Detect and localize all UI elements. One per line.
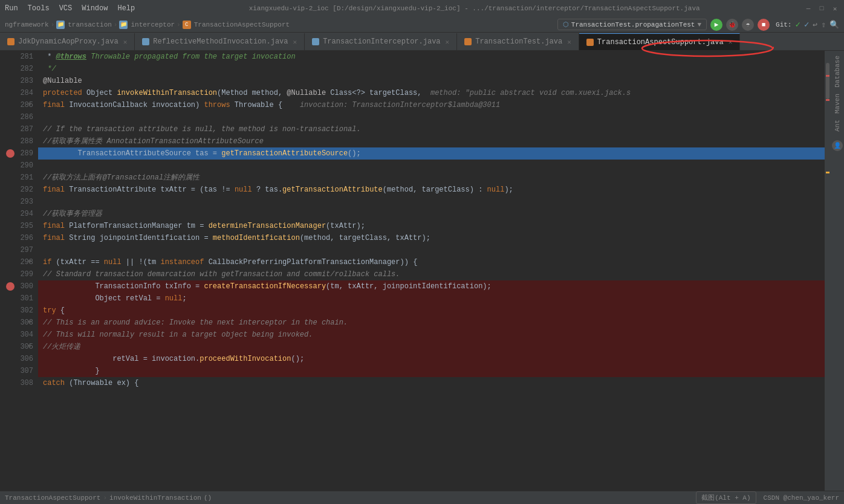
code-line-286[interactable] <box>38 111 825 123</box>
line-number-291: 291 <box>5 172 38 184</box>
status-right: 截图(Alt + A) CSDN @chen_yao_kerr <box>696 491 839 504</box>
code-line-308[interactable]: catch (Throwable ex) { <box>38 377 825 389</box>
code-line-295[interactable]: final PlatformTransactionManager tm = de… <box>38 220 825 232</box>
status-sep: › <box>103 494 107 502</box>
menu-tools[interactable]: Tools <box>28 4 50 13</box>
coverage-button[interactable]: ☂ <box>742 19 754 31</box>
maven-label[interactable]: Maven <box>834 91 841 116</box>
code-line-291[interactable]: //获取方法上面有@Transactional注解的属性 <box>38 172 825 184</box>
code-line-283[interactable]: @Nullable <box>38 75 825 87</box>
fold-icon-285[interactable]: ▼ <box>28 99 31 111</box>
line-number-281: 281 <box>5 51 38 63</box>
fold-icon-305[interactable]: ▼ <box>28 341 31 353</box>
code-line-307[interactable]: } <box>38 365 825 377</box>
fold-icon-298[interactable]: ▼ <box>28 256 31 268</box>
tab-jdkdynamic[interactable]: JdkDynamicAopProxy.java ✕ <box>0 33 135 50</box>
run-config-selector[interactable]: ⬡ TransactionTest.propagationTest ▼ <box>557 19 707 30</box>
title-bar: Run Tools VCS Window Help xiangxuedu-vip… <box>0 0 844 17</box>
code-line-302[interactable]: try { <box>38 305 825 317</box>
database-label[interactable]: Database <box>834 53 841 90</box>
code-line-285[interactable]: final InvocationCallback invocation) thr… <box>38 99 825 111</box>
tab-close-jdk[interactable]: ✕ <box>123 38 128 46</box>
code-line-298[interactable]: if (txAttr == null || !(tm instanceof Ca… <box>38 256 825 268</box>
close-button[interactable]: ✕ <box>831 4 839 13</box>
code-lines-panel[interactable]: * @throws Throwable propagated from the … <box>38 51 825 491</box>
line-number-283: 283 <box>5 75 38 87</box>
debug-button[interactable]: 🐞 <box>726 19 738 31</box>
search-icon[interactable]: 🔍 <box>829 20 839 30</box>
scrollbar-thumb[interactable] <box>826 63 829 99</box>
line-number-286: 286 <box>5 111 38 123</box>
code-line-297[interactable] <box>38 244 825 256</box>
code-line-296[interactable]: final String joinpointIdentification = m… <box>38 232 825 244</box>
tab-close-aspect[interactable]: ✕ <box>729 38 733 46</box>
menu-window[interactable]: Window <box>82 4 108 13</box>
run-button[interactable]: ▶ <box>710 19 722 31</box>
maximize-button[interactable]: □ <box>817 4 826 13</box>
menu-run[interactable]: Run <box>5 4 18 13</box>
code-line-299[interactable]: // Standard transaction demarcation with… <box>38 268 825 280</box>
git-check-blue[interactable]: ✓ <box>804 19 809 30</box>
breadcrumb-bar: ngframework › 📁transaction › 📁intercepto… <box>0 17 844 33</box>
bc-sep-3: › <box>177 21 181 28</box>
menu-vcs[interactable]: VCS <box>59 4 73 13</box>
file-path: xiangxuedu-vip-2_ioc [D:/design/xiangxue… <box>144 5 804 12</box>
fold-icon-303[interactable]: ▼ <box>28 317 31 329</box>
code-line-290[interactable] <box>38 160 825 172</box>
dropdown-icon[interactable]: ▼ <box>697 21 701 28</box>
window-controls[interactable]: — □ ✕ <box>804 4 839 13</box>
git-check-green[interactable]: ✓ <box>795 19 800 30</box>
line-number-299: 299 <box>5 268 38 280</box>
scrollbar-area[interactable] <box>825 51 831 491</box>
tab-close-interceptor[interactable]: ✕ <box>446 38 450 46</box>
code-line-304[interactable]: // This will normally result in a target… <box>38 329 825 341</box>
bc-item-class[interactable]: CTransactionAspectSupport <box>183 21 290 29</box>
git-action-2[interactable]: ⇧ <box>821 20 826 30</box>
status-class[interactable]: TransactionAspectSupport <box>5 494 100 502</box>
tab-label-interceptor: TransactionInterceptor.java <box>323 37 440 46</box>
code-line-294[interactable]: //获取事务管理器 <box>38 208 825 220</box>
status-method[interactable]: invokeWithinTransaction <box>109 494 201 502</box>
code-line-306[interactable]: retVal = invocation.proceedWithInvocatio… <box>38 353 825 365</box>
code-line-300[interactable]: TransactionInfo txInfo = createTransacti… <box>38 280 825 292</box>
line-number-294: 294 <box>5 208 38 220</box>
breakpoint-300[interactable] <box>6 282 15 291</box>
tab-aspect-support[interactable]: TransactionAspectSupport.java ✕ <box>579 33 740 50</box>
code-container: 281282283284285▼286287288289290291292293… <box>5 51 825 491</box>
tab-interceptor[interactable]: TransactionInterceptor.java ✕ <box>305 33 457 50</box>
bc-item-transaction[interactable]: 📁transaction <box>56 21 112 29</box>
code-line-288[interactable]: //获取事务属性类 AnnotationTransactionAttribute… <box>38 135 825 147</box>
line-numbers-panel: 281282283284285▼286287288289290291292293… <box>5 51 38 491</box>
code-line-284[interactable]: protected Object invokeWithinTransaction… <box>38 87 825 99</box>
code-line-303[interactable]: // This is an around advice: Invoke the … <box>38 317 825 329</box>
run-controls: ⬡ TransactionTest.propagationTest ▼ ▶ 🐞 … <box>557 19 839 31</box>
csdn-credit: CSDN @chen_yao_kerr <box>764 494 839 502</box>
menu-bar[interactable]: Run Tools VCS Window Help <box>5 4 135 13</box>
tab-test[interactable]: TransactionTest.java ✕ <box>457 33 579 50</box>
tab-close-test[interactable]: ✕ <box>567 38 571 46</box>
git-action-1[interactable]: ↩ <box>813 20 817 30</box>
scrollbar-marker-1 <box>826 75 829 77</box>
tab-reflective[interactable]: ReflectiveMethodInvocation.java ✕ <box>135 33 305 50</box>
bc-item-interceptor[interactable]: 📁interceptor <box>119 21 175 29</box>
line-number-304: 304 <box>5 329 38 341</box>
line-number-292: 292 <box>5 184 38 196</box>
tab-close-reflective[interactable]: ✕ <box>293 38 297 46</box>
code-line-281[interactable]: * @throws Throwable propagated from the … <box>38 51 825 63</box>
menu-help[interactable]: Help <box>117 4 135 13</box>
code-line-301[interactable]: Object retVal = null; <box>38 292 825 305</box>
breakpoint-289[interactable] <box>6 149 15 158</box>
scrollbar-marker-2 <box>826 99 829 101</box>
code-line-287[interactable]: // If the transaction attribute is null,… <box>38 123 825 135</box>
ant-label[interactable]: Ant <box>834 117 841 134</box>
minimize-button[interactable]: — <box>804 4 813 13</box>
code-line-293[interactable] <box>38 196 825 208</box>
stop-button[interactable]: ■ <box>758 19 770 31</box>
code-line-292[interactable]: final TransactionAttribute txAttr = (tas… <box>38 184 825 196</box>
bc-item-framework[interactable]: ngframework <box>5 21 49 28</box>
user-icon[interactable]: 👤 <box>832 140 843 151</box>
code-line-305[interactable]: //火炬传递 <box>38 341 825 353</box>
code-line-289[interactable]: TransactionAttributeSource tas = getTran… <box>38 147 825 160</box>
status-breadcrumb: TransactionAspectSupport › invokeWithinT… <box>5 494 691 502</box>
code-line-282[interactable]: */ <box>38 63 825 75</box>
